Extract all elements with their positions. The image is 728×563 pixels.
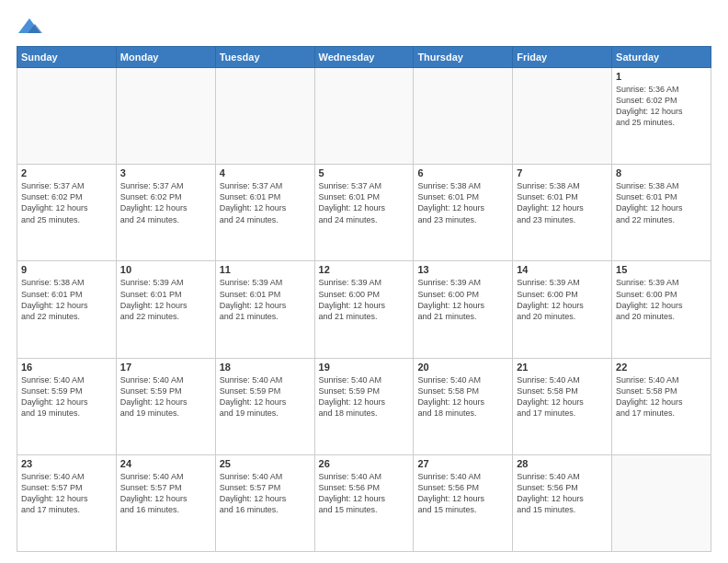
day-info: Sunrise: 5:40 AM Sunset: 5:57 PM Dayligh… xyxy=(220,471,311,516)
day-info: Sunrise: 5:40 AM Sunset: 5:56 PM Dayligh… xyxy=(517,471,608,516)
calendar-table: SundayMondayTuesdayWednesdayThursdayFrid… xyxy=(17,46,711,552)
calendar-week-row: 23Sunrise: 5:40 AM Sunset: 5:57 PM Dayli… xyxy=(17,454,711,551)
calendar-cell: 4Sunrise: 5:37 AM Sunset: 6:01 PM Daylig… xyxy=(215,165,314,261)
weekday-header-tuesday: Tuesday xyxy=(215,47,314,68)
day-number: 13 xyxy=(417,264,508,275)
day-info: Sunrise: 5:40 AM Sunset: 5:59 PM Dayligh… xyxy=(319,374,410,419)
day-number: 3 xyxy=(120,167,211,178)
day-info: Sunrise: 5:39 AM Sunset: 6:01 PM Dayligh… xyxy=(220,277,311,322)
day-number: 28 xyxy=(517,458,608,469)
day-number: 24 xyxy=(120,458,211,469)
calendar-cell xyxy=(215,68,314,165)
calendar-week-row: 2Sunrise: 5:37 AM Sunset: 6:02 PM Daylig… xyxy=(17,165,711,261)
day-info: Sunrise: 5:38 AM Sunset: 6:01 PM Dayligh… xyxy=(21,277,112,322)
calendar-cell: 21Sunrise: 5:40 AM Sunset: 5:58 PM Dayli… xyxy=(513,358,612,454)
day-number: 20 xyxy=(417,362,508,373)
day-number: 26 xyxy=(319,458,410,469)
day-info: Sunrise: 5:40 AM Sunset: 5:58 PM Dayligh… xyxy=(616,374,707,419)
calendar-cell: 19Sunrise: 5:40 AM Sunset: 5:59 PM Dayli… xyxy=(314,358,414,454)
day-number: 18 xyxy=(220,362,311,373)
calendar-cell: 5Sunrise: 5:37 AM Sunset: 6:01 PM Daylig… xyxy=(314,165,414,261)
weekday-header-friday: Friday xyxy=(513,47,612,68)
calendar-cell: 13Sunrise: 5:39 AM Sunset: 6:00 PM Dayli… xyxy=(414,261,513,358)
calendar-cell: 8Sunrise: 5:38 AM Sunset: 6:01 PM Daylig… xyxy=(612,165,711,261)
header xyxy=(17,17,711,37)
day-info: Sunrise: 5:40 AM Sunset: 5:59 PM Dayligh… xyxy=(120,374,211,419)
day-number: 21 xyxy=(517,362,608,373)
calendar-cell xyxy=(414,68,513,165)
calendar-cell xyxy=(612,454,711,551)
calendar-cell: 14Sunrise: 5:39 AM Sunset: 6:00 PM Dayli… xyxy=(513,261,612,358)
day-number: 16 xyxy=(21,362,112,373)
calendar-cell: 18Sunrise: 5:40 AM Sunset: 5:59 PM Dayli… xyxy=(215,358,314,454)
calendar-cell: 25Sunrise: 5:40 AM Sunset: 5:57 PM Dayli… xyxy=(215,454,314,551)
calendar-cell: 17Sunrise: 5:40 AM Sunset: 5:59 PM Dayli… xyxy=(116,358,215,454)
calendar-cell: 12Sunrise: 5:39 AM Sunset: 6:00 PM Dayli… xyxy=(314,261,414,358)
calendar-cell: 23Sunrise: 5:40 AM Sunset: 5:57 PM Dayli… xyxy=(17,454,117,551)
calendar-cell: 10Sunrise: 5:39 AM Sunset: 6:01 PM Dayli… xyxy=(116,261,215,358)
calendar-cell: 15Sunrise: 5:39 AM Sunset: 6:00 PM Dayli… xyxy=(612,261,711,358)
calendar-week-row: 1Sunrise: 5:36 AM Sunset: 6:02 PM Daylig… xyxy=(17,68,711,165)
calendar-cell xyxy=(314,68,414,165)
day-number: 15 xyxy=(616,264,707,275)
day-number: 14 xyxy=(517,264,608,275)
weekday-header-row: SundayMondayTuesdayWednesdayThursdayFrid… xyxy=(17,47,711,68)
calendar-week-row: 9Sunrise: 5:38 AM Sunset: 6:01 PM Daylig… xyxy=(17,261,711,358)
day-info: Sunrise: 5:40 AM Sunset: 5:59 PM Dayligh… xyxy=(21,374,112,419)
day-number: 10 xyxy=(120,264,211,275)
calendar-cell: 16Sunrise: 5:40 AM Sunset: 5:59 PM Dayli… xyxy=(17,358,117,454)
calendar-cell xyxy=(17,68,117,165)
day-info: Sunrise: 5:37 AM Sunset: 6:02 PM Dayligh… xyxy=(120,180,211,225)
calendar-cell xyxy=(513,68,612,165)
calendar-cell: 20Sunrise: 5:40 AM Sunset: 5:58 PM Dayli… xyxy=(414,358,513,454)
day-info: Sunrise: 5:38 AM Sunset: 6:01 PM Dayligh… xyxy=(417,180,508,225)
day-number: 25 xyxy=(220,458,311,469)
day-info: Sunrise: 5:40 AM Sunset: 5:58 PM Dayligh… xyxy=(517,374,608,419)
day-info: Sunrise: 5:39 AM Sunset: 6:00 PM Dayligh… xyxy=(417,277,508,322)
calendar-cell: 3Sunrise: 5:37 AM Sunset: 6:02 PM Daylig… xyxy=(116,165,215,261)
calendar-cell: 28Sunrise: 5:40 AM Sunset: 5:56 PM Dayli… xyxy=(513,454,612,551)
day-info: Sunrise: 5:39 AM Sunset: 6:00 PM Dayligh… xyxy=(616,277,707,322)
calendar-cell: 2Sunrise: 5:37 AM Sunset: 6:02 PM Daylig… xyxy=(17,165,117,261)
day-number: 9 xyxy=(21,264,112,275)
calendar-cell: 22Sunrise: 5:40 AM Sunset: 5:58 PM Dayli… xyxy=(612,358,711,454)
day-number: 8 xyxy=(616,167,707,178)
weekday-header-monday: Monday xyxy=(116,47,215,68)
day-number: 6 xyxy=(417,167,508,178)
day-info: Sunrise: 5:39 AM Sunset: 6:00 PM Dayligh… xyxy=(319,277,410,322)
day-number: 17 xyxy=(120,362,211,373)
day-number: 1 xyxy=(616,71,707,82)
day-info: Sunrise: 5:38 AM Sunset: 6:01 PM Dayligh… xyxy=(517,180,608,225)
logo-icon xyxy=(17,17,42,37)
day-info: Sunrise: 5:40 AM Sunset: 5:57 PM Dayligh… xyxy=(120,471,211,516)
day-info: Sunrise: 5:37 AM Sunset: 6:02 PM Dayligh… xyxy=(21,180,112,225)
calendar-cell: 24Sunrise: 5:40 AM Sunset: 5:57 PM Dayli… xyxy=(116,454,215,551)
day-number: 2 xyxy=(21,167,112,178)
page: SundayMondayTuesdayWednesdayThursdayFrid… xyxy=(0,0,728,563)
calendar-cell: 27Sunrise: 5:40 AM Sunset: 5:56 PM Dayli… xyxy=(414,454,513,551)
calendar-cell: 6Sunrise: 5:38 AM Sunset: 6:01 PM Daylig… xyxy=(414,165,513,261)
day-info: Sunrise: 5:40 AM Sunset: 5:57 PM Dayligh… xyxy=(21,471,112,516)
calendar-cell xyxy=(116,68,215,165)
day-number: 27 xyxy=(417,458,508,469)
weekday-header-wednesday: Wednesday xyxy=(314,47,414,68)
day-info: Sunrise: 5:37 AM Sunset: 6:01 PM Dayligh… xyxy=(319,180,410,225)
day-number: 22 xyxy=(616,362,707,373)
day-number: 11 xyxy=(220,264,311,275)
day-info: Sunrise: 5:38 AM Sunset: 6:01 PM Dayligh… xyxy=(616,180,707,225)
day-number: 23 xyxy=(21,458,112,469)
day-info: Sunrise: 5:40 AM Sunset: 5:56 PM Dayligh… xyxy=(319,471,410,516)
day-info: Sunrise: 5:39 AM Sunset: 6:01 PM Dayligh… xyxy=(120,277,211,322)
calendar-cell: 7Sunrise: 5:38 AM Sunset: 6:01 PM Daylig… xyxy=(513,165,612,261)
logo xyxy=(17,17,45,37)
calendar-cell: 9Sunrise: 5:38 AM Sunset: 6:01 PM Daylig… xyxy=(17,261,117,358)
day-number: 4 xyxy=(220,167,311,178)
calendar-cell: 26Sunrise: 5:40 AM Sunset: 5:56 PM Dayli… xyxy=(314,454,414,551)
weekday-header-saturday: Saturday xyxy=(612,47,711,68)
day-number: 7 xyxy=(517,167,608,178)
calendar-cell: 1Sunrise: 5:36 AM Sunset: 6:02 PM Daylig… xyxy=(612,68,711,165)
weekday-header-thursday: Thursday xyxy=(414,47,513,68)
day-number: 12 xyxy=(319,264,410,275)
day-info: Sunrise: 5:36 AM Sunset: 6:02 PM Dayligh… xyxy=(616,84,707,129)
day-info: Sunrise: 5:39 AM Sunset: 6:00 PM Dayligh… xyxy=(517,277,608,322)
